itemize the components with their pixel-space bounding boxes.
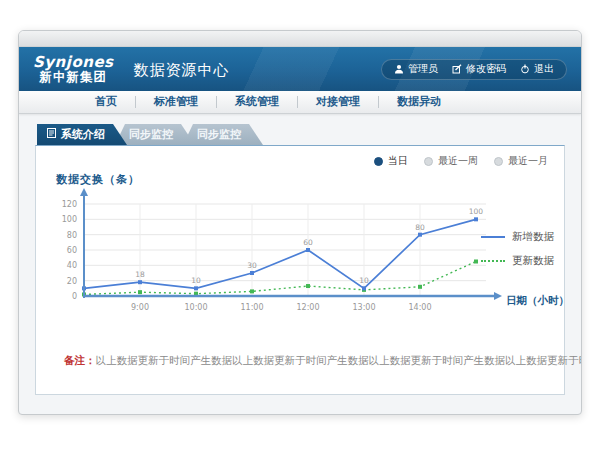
radio-unselected-icon xyxy=(494,157,503,166)
legend-item-update-data: 更新数据 xyxy=(481,254,554,268)
svg-text:60: 60 xyxy=(303,238,313,247)
app-window: Synjones 新中新集团 数据资源中心 管理员 修改密码 退出 xyxy=(18,30,582,415)
svg-text:20: 20 xyxy=(67,277,77,286)
nav-item-home[interactable]: 首页 xyxy=(77,91,135,113)
radio-selected-icon xyxy=(374,157,383,166)
tab-bar: 系统介绍 同步监控 同步监控 xyxy=(37,124,565,145)
svg-text:日期（小时）: 日期（小时） xyxy=(506,294,566,307)
user-menu-label: 退出 xyxy=(534,62,554,76)
nav-item-system-mgmt[interactable]: 系统管理 xyxy=(217,91,297,113)
footnote-text: 以上数据更新于时间产生数据以上数据更新于时间产生数据以上数据更新于时间产生数据以… xyxy=(96,354,583,366)
radio-last-week[interactable]: 最近一周 xyxy=(424,154,478,168)
svg-text:9:00: 9:00 xyxy=(131,303,149,312)
edit-icon xyxy=(452,64,462,74)
svg-text:12:00: 12:00 xyxy=(296,303,319,312)
content-area: 系统介绍 同步监控 同步监控 当日 最近一周 xyxy=(19,114,581,415)
solid-line-swatch-icon xyxy=(481,236,505,238)
tab-label: 同步监控 xyxy=(197,127,241,142)
svg-text:80: 80 xyxy=(67,231,77,240)
svg-text:120: 120 xyxy=(62,200,77,209)
chart-panel: 当日 最近一周 最近一月 数据交换（条） 1810306010801000204… xyxy=(35,145,565,395)
user-menu-label: 管理员 xyxy=(408,62,438,76)
svg-text:10: 10 xyxy=(191,276,201,285)
user-menu: 管理员 修改密码 退出 xyxy=(381,59,567,80)
user-menu-label: 修改密码 xyxy=(466,62,506,76)
app-header: Synjones 新中新集团 数据资源中心 管理员 修改密码 退出 xyxy=(19,47,581,91)
power-icon xyxy=(520,64,530,74)
svg-text:60: 60 xyxy=(67,246,77,255)
svg-text:11:00: 11:00 xyxy=(240,303,263,312)
logout-button[interactable]: 退出 xyxy=(520,62,554,76)
radio-label: 最近一周 xyxy=(438,154,478,168)
radio-today[interactable]: 当日 xyxy=(374,154,408,168)
tab-sync-monitor-1[interactable]: 同步监控 xyxy=(115,124,195,145)
footnote-prefix: 备注： xyxy=(64,354,96,366)
radio-last-month[interactable]: 最近一月 xyxy=(494,154,548,168)
dotted-line-swatch-icon xyxy=(481,260,505,262)
brand-logo-cn: 新中新集团 xyxy=(40,70,108,83)
tab-label: 同步监控 xyxy=(129,127,173,142)
svg-text:0: 0 xyxy=(72,292,77,301)
svg-text:10:00: 10:00 xyxy=(184,303,207,312)
svg-text:30: 30 xyxy=(247,261,257,270)
brand-logo[interactable]: Synjones 新中新集团 xyxy=(33,55,114,84)
page-title: 数据资源中心 xyxy=(134,59,230,80)
svg-text:13:00: 13:00 xyxy=(352,303,375,312)
chart-legend: 新增数据 更新数据 xyxy=(481,230,554,268)
footnote: 备注：以上数据更新于时间产生数据以上数据更新于时间产生数据以上数据更新于时间产生… xyxy=(64,354,582,368)
current-user-button[interactable]: 管理员 xyxy=(394,62,438,76)
document-icon xyxy=(47,128,56,141)
svg-text:100: 100 xyxy=(469,207,484,216)
legend-label: 新增数据 xyxy=(512,230,554,244)
window-chrome-strip xyxy=(19,31,581,47)
radio-label: 最近一月 xyxy=(508,154,548,168)
change-password-button[interactable]: 修改密码 xyxy=(452,62,506,76)
svg-text:14:00: 14:00 xyxy=(408,303,431,312)
svg-text:80: 80 xyxy=(415,223,425,232)
radio-unselected-icon xyxy=(424,157,433,166)
legend-item-new-data: 新增数据 xyxy=(481,230,554,244)
nav-item-interface-mgmt[interactable]: 对接管理 xyxy=(298,91,378,113)
svg-text:10: 10 xyxy=(359,276,369,285)
tab-system-intro[interactable]: 系统介绍 xyxy=(37,124,127,145)
tab-sync-monitor-2[interactable]: 同步监控 xyxy=(183,124,263,145)
tab-label: 系统介绍 xyxy=(61,127,105,142)
svg-text:18: 18 xyxy=(135,270,145,279)
brand-logo-en: Synjones xyxy=(33,55,114,71)
nav-item-data-change[interactable]: 数据异动 xyxy=(379,91,459,113)
nav-item-standard-mgmt[interactable]: 标准管理 xyxy=(136,91,216,113)
user-icon xyxy=(394,64,404,74)
time-range-filter: 当日 最近一周 最近一月 xyxy=(374,154,548,168)
svg-text:100: 100 xyxy=(62,215,77,224)
radio-label: 当日 xyxy=(388,154,408,168)
main-nav: 首页 标准管理 系统管理 对接管理 数据异动 xyxy=(19,91,581,114)
svg-text:40: 40 xyxy=(67,261,77,270)
legend-label: 更新数据 xyxy=(512,254,554,268)
